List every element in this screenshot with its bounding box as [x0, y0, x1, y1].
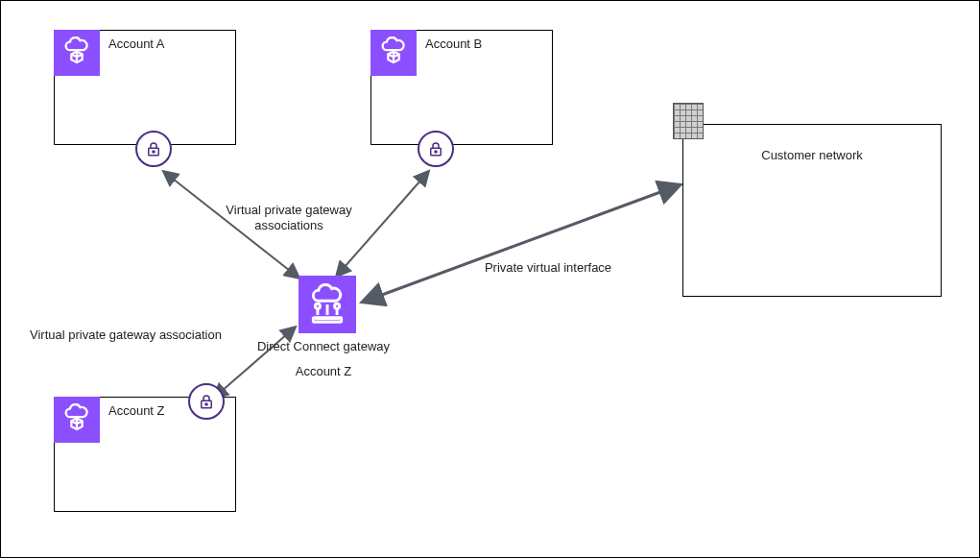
customer-network-label: Customer network — [683, 148, 941, 163]
diagram-canvas: Account A Account B Account Z — [0, 0, 980, 558]
vpc-icon — [54, 397, 100, 443]
building-icon — [673, 103, 704, 139]
vpc-icon — [370, 30, 417, 76]
account-a-box: Account A — [54, 30, 236, 145]
dcgw-title: Direct Connect gateway — [237, 339, 410, 354]
svg-point-9 — [205, 403, 207, 405]
vgw-a-icon — [135, 131, 172, 167]
vpc-icon — [54, 30, 100, 76]
vgw-b-icon — [418, 131, 454, 167]
dcgw-owner: Account Z — [266, 364, 381, 379]
direct-connect-gateway-icon — [299, 276, 356, 333]
svg-line-3 — [364, 185, 679, 302]
account-z-label: Account Z — [108, 403, 165, 418]
svg-point-7 — [435, 151, 437, 153]
vgw-z-icon — [188, 383, 225, 420]
account-b-label: Account B — [425, 36, 482, 51]
svg-point-10 — [315, 303, 320, 308]
svg-point-11 — [335, 303, 340, 308]
account-a-label: Account A — [108, 36, 165, 51]
account-b-box: Account B — [370, 30, 553, 145]
label-pvi: Private virtual interface — [462, 260, 634, 276]
customer-network-box: Customer network — [682, 124, 942, 297]
svg-point-5 — [153, 151, 155, 153]
label-vpg-association: Virtual private gateway association — [30, 328, 231, 343]
label-vpg-associations: Virtual private gateway associations — [207, 203, 370, 234]
